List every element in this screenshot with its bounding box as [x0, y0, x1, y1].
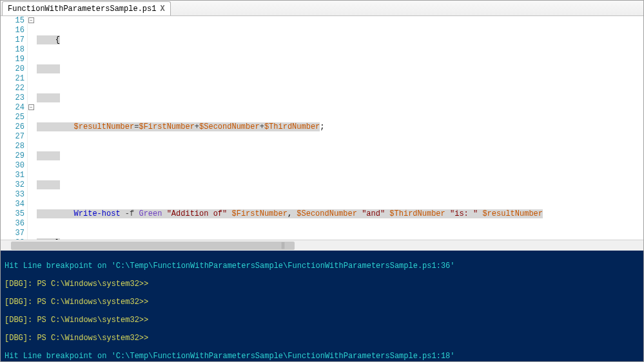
line-number: 36 — [1, 219, 24, 229]
line-number: 34 — [1, 200, 24, 209]
console-prompt: [DBG]: PS C:\Windows\system32>> — [5, 298, 148, 307]
variable: $SecondNumber — [297, 209, 357, 218]
brace: { — [55, 35, 60, 44]
editor-pane[interactable]: 1516171819202122232425262728293031323334… — [1, 16, 643, 240]
line-number: 20 — [1, 64, 24, 74]
cmdlet: Write-host — [74, 209, 121, 218]
line-number: 19 — [1, 55, 24, 64]
flag: -f — [125, 209, 134, 218]
scrollbar-grip-icon: ‖ — [281, 242, 285, 249]
code-area[interactable]: { $resultNumber=$FirstNumber+$SecondNumb… — [35, 16, 643, 240]
tab-title: FunctionWithParametersSample.ps1 — [8, 5, 156, 14]
variable: $resultNumber — [74, 122, 135, 131]
horizontal-scrollbar[interactable]: ‖ — [1, 240, 643, 251]
variable: $ThirdNumber — [264, 122, 320, 131]
line-number: 26 — [1, 122, 24, 132]
line-number: 22 — [1, 84, 24, 93]
line-number: 23 — [1, 93, 24, 103]
semi: ; — [320, 122, 324, 131]
console-prompt: [DBG]: PS C:\Windows\system32>> — [5, 316, 148, 325]
line-gutter: 1516171819202122232425262728293031323334… — [1, 16, 28, 240]
fold-toggle-icon[interactable]: − — [28, 104, 34, 110]
variable: $FirstNumber — [139, 122, 194, 131]
string: "Addition of" — [167, 209, 228, 218]
tab-bar: FunctionWithParametersSample.ps1 X — [1, 1, 643, 16]
line-number: 24 — [1, 103, 24, 113]
line-number: 35 — [1, 209, 24, 219]
console-pane[interactable]: Hit Line breakpoint on 'C:\Temp\Function… — [1, 251, 643, 361]
line-number: 28 — [1, 142, 24, 151]
line-number: 21 — [1, 74, 24, 84]
line-number: 30 — [1, 161, 24, 171]
variable: $FirstNumber — [231, 209, 287, 218]
close-icon[interactable]: X — [160, 5, 164, 14]
line-number: 27 — [1, 132, 24, 142]
line-number: 29 — [1, 151, 24, 161]
line-number: 17 — [1, 35, 24, 45]
variable: $resultNumber — [482, 209, 543, 218]
fold-toggle-icon[interactable]: − — [28, 17, 34, 23]
string: "and" — [362, 209, 385, 218]
console-breakpoint-line: Hit Line breakpoint on 'C:\Temp\Function… — [5, 262, 639, 271]
line-number: 15 — [1, 16, 24, 26]
line-number: 16 — [1, 26, 24, 35]
line-number: 18 — [1, 45, 24, 55]
console-breakpoint-line: Hit Line breakpoint on 'C:\Temp\Function… — [5, 352, 639, 361]
fold-column: − − — [28, 16, 35, 240]
line-number: 37 — [1, 229, 24, 238]
line-number: 32 — [1, 180, 24, 190]
variable: $SecondNumber — [199, 122, 260, 131]
line-number: 31 — [1, 171, 24, 180]
console-prompt: [DBG]: PS C:\Windows\system32>> — [5, 280, 148, 289]
variable: $ThirdNumber — [389, 209, 445, 218]
ide-window: FunctionWithParametersSample.ps1 X 15161… — [0, 0, 644, 362]
line-number: 33 — [1, 190, 24, 200]
tab-file[interactable]: FunctionWithParametersSample.ps1 X — [2, 1, 171, 15]
console-prompt: [DBG]: PS C:\Windows\system32>> — [5, 334, 148, 343]
string: "is: " — [450, 209, 478, 218]
line-number: 25 — [1, 113, 24, 122]
color-arg: Green — [139, 209, 162, 218]
scrollbar-thumb[interactable] — [11, 242, 295, 250]
